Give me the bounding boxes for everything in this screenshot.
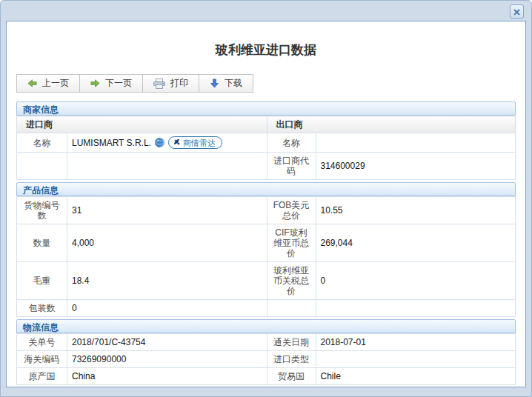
importer-name-value: LUMISMART S.R.L. [72,138,151,148]
business-radar-button[interactable]: 商情雷达 [168,136,222,149]
importer-name-label: 名称 [17,133,67,153]
product-table: 货物编号数 31 FOB美元总价 10.55 数量 4,000 CIF玻利维亚币… [16,196,516,317]
section-logistics: 物流信息 关单号 2018/701/C-43754 通关日期 2018-07-0… [16,319,516,385]
dialog-window: 玻利维亚进口数据 上一页 下一页 [0,0,532,397]
close-icon [513,5,520,19]
importer-code-value: 314600029 [316,153,516,180]
importer-name-cell: LUMISMART S.R.L. [67,133,267,153]
exporter-name-value [316,133,516,153]
declaration-no-label: 关单号 [17,334,67,351]
download-button[interactable]: 下载 [199,74,253,93]
business-radar-label: 商情雷达 [183,138,216,148]
empty-cell [67,153,267,180]
toolbar: 上一页 下一页 [16,74,516,93]
empty-cell [267,300,316,317]
cif-bob-label: CIF玻利维亚币总价 [267,224,316,262]
merchant-table: 进口商 出口商 名称 LUMISMART S.R.L. [16,116,516,180]
exporter-name-label: 名称 [267,133,316,153]
printer-icon [153,79,165,89]
origin-country-label: 原产国 [17,368,67,385]
import-type-value [316,351,516,368]
exporter-column-header: 出口商 [267,116,516,133]
next-page-button[interactable]: 下一页 [79,74,143,93]
gross-weight-value: 18.4 [67,262,267,300]
logistics-table: 关单号 2018/701/C-43754 通关日期 2018-07-01 海关编… [16,333,516,385]
next-page-label: 下一页 [105,77,132,90]
clearance-date-label: 通关日期 [267,334,316,351]
dialog-panel: 玻利维亚进口数据 上一页 下一页 [6,21,526,387]
table-row: 关单号 2018/701/C-43754 通关日期 2018-07-01 [17,334,516,351]
table-row: 毛重 18.4 玻利维亚币关税总价 0 [17,262,516,300]
product-section-header: 产品信息 [16,182,516,196]
logistics-section-header: 物流信息 [16,319,516,333]
goods-count-value: 31 [67,197,267,224]
fob-usd-label: FOB美元总价 [267,197,316,224]
table-row: 海关编码 73269090000 进口类型 [17,351,516,368]
print-label: 打印 [170,77,188,90]
table-row: 原产国 China 贸易国 Chile [17,368,516,385]
table-row: 进口商代码 314600029 [17,153,516,180]
empty-cell [316,300,516,317]
hs-code-value: 73269090000 [67,351,267,368]
merchant-section-header: 商家信息 [16,101,516,116]
prev-page-label: 上一页 [42,77,69,90]
fob-usd-value: 10.55 [316,197,516,224]
table-row: 货物编号数 31 FOB美元总价 10.55 [17,197,516,224]
importer-column-header: 进口商 [17,116,267,133]
declaration-no-value: 2018/701/C-43754 [67,334,267,351]
prev-arrow-icon [27,79,37,88]
package-count-value: 0 [67,300,267,317]
goods-count-label: 货物编号数 [17,197,67,224]
quantity-value: 4,000 [67,224,267,262]
next-arrow-icon [90,79,100,88]
quantity-label: 数量 [17,224,67,262]
import-type-label: 进口类型 [267,351,316,368]
radar-icon [173,138,181,148]
duty-bob-value: 0 [316,262,516,300]
section-merchant: 商家信息 进口商 出口商 名称 LUMISMART S.R.L. [16,101,516,180]
download-label: 下载 [225,77,242,90]
section-product: 产品信息 货物编号数 31 FOB美元总价 10.55 数量 4,000 CIF… [16,182,516,317]
download-arrow-icon [210,79,219,88]
table-row: 包装数 0 [17,300,516,317]
duty-bob-label: 玻利维亚币关税总价 [267,262,316,300]
importer-code-label: 进口商代码 [267,153,316,180]
trade-country-value: Chile [316,368,516,385]
clearance-date-value: 2018-07-01 [316,334,516,351]
empty-cell [17,153,67,180]
dialog-titlebar [1,1,531,21]
close-button[interactable] [510,4,524,19]
gross-weight-label: 毛重 [17,262,67,300]
merchant-group-row: 进口商 出口商 [17,116,516,133]
table-row: 数量 4,000 CIF玻利维亚币总价 269,044 [17,224,516,262]
trade-country-label: 贸易国 [267,368,316,385]
prev-page-button[interactable]: 上一页 [16,74,80,93]
origin-country-value: China [67,368,267,385]
package-count-label: 包装数 [17,300,67,317]
globe-icon[interactable] [155,138,164,147]
table-row: 名称 LUMISMART S.R.L. [17,133,516,153]
print-button[interactable]: 打印 [142,74,199,93]
page-title: 玻利维亚进口数据 [16,41,516,59]
hs-code-label: 海关编码 [17,351,67,368]
cif-bob-value: 269,044 [316,224,516,262]
